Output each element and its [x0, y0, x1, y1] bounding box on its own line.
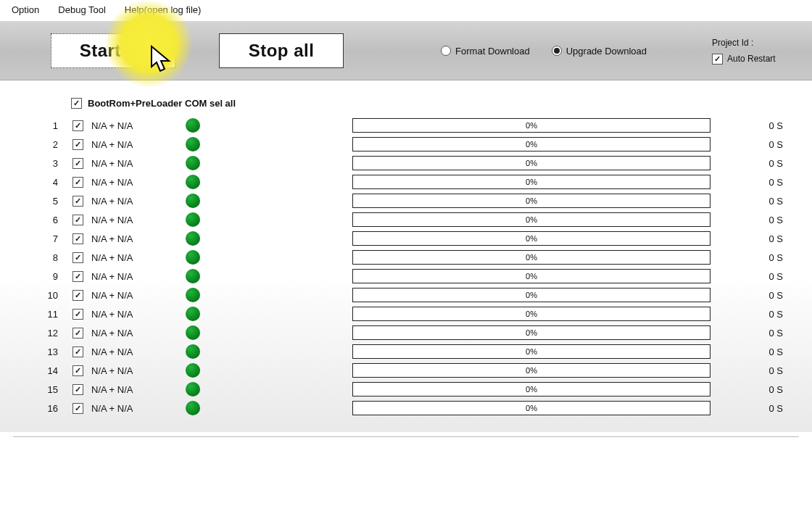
row-progress-bar: 0% [352, 401, 710, 415]
row-com-value: N/A + N/A [91, 139, 171, 150]
device-table: BootRom+PreLoader COM sel all 1N/A + N/A… [0, 80, 812, 432]
table-row: 10N/A + N/A0%0 S [29, 286, 783, 304]
upgrade-download-radio[interactable]: Upgrade Download [552, 46, 647, 57]
table-row: 2N/A + N/A0%0 S [29, 135, 783, 154]
row-index: 16 [29, 403, 64, 414]
checkbox-icon [72, 365, 83, 376]
row-checkbox[interactable] [71, 158, 84, 169]
row-progress-bar: 0% [352, 382, 710, 396]
row-progress-bar: 0% [352, 288, 710, 302]
row-index: 1 [29, 120, 64, 131]
table-row: 12N/A + N/A0%0 S [29, 323, 783, 342]
format-download-radio[interactable]: Format Download [441, 46, 530, 57]
row-checkbox[interactable] [71, 233, 84, 244]
status-dot-icon [186, 156, 200, 170]
row-com-value: N/A + N/A [91, 215, 171, 225]
project-id-label: Project Id : [712, 38, 799, 48]
row-checkbox[interactable] [71, 139, 84, 150]
row-time: 0 S [718, 158, 783, 169]
row-status [178, 250, 302, 265]
row-index: 6 [29, 215, 64, 225]
row-checkbox[interactable] [71, 290, 84, 301]
cursor-icon [150, 45, 175, 76]
row-com-value: N/A + N/A [91, 309, 171, 320]
status-dot-icon [186, 363, 200, 378]
stop-all-button[interactable]: Stop all [219, 33, 344, 68]
menu-option[interactable]: Option [9, 3, 42, 17]
row-time: 0 S [718, 403, 783, 414]
select-all-label: BootRom+PreLoader COM sel all [88, 98, 236, 109]
row-checkbox[interactable] [71, 346, 84, 357]
row-time: 0 S [718, 384, 783, 395]
row-status [178, 344, 302, 359]
row-status [178, 118, 302, 133]
row-index: 3 [29, 158, 64, 169]
status-dot-icon [186, 194, 200, 208]
row-com-value: N/A + N/A [91, 177, 171, 188]
row-index: 12 [29, 328, 64, 339]
row-checkbox[interactable] [71, 252, 84, 263]
row-checkbox[interactable] [71, 215, 84, 225]
row-index: 5 [29, 196, 64, 207]
row-progress-bar: 0% [352, 363, 710, 378]
row-status [178, 269, 302, 283]
row-com-value: N/A + N/A [91, 403, 171, 414]
table-row: 6N/A + N/A0%0 S [29, 210, 783, 229]
select-all-checkbox[interactable] [71, 98, 82, 109]
row-com-value: N/A + N/A [91, 328, 171, 339]
status-dot-icon [186, 401, 200, 415]
checkbox-icon [72, 233, 83, 244]
table-row: 16N/A + N/A0%0 S [29, 399, 783, 418]
checkbox-icon [72, 177, 83, 188]
row-checkbox[interactable] [71, 403, 84, 414]
row-status [178, 175, 302, 189]
row-com-value: N/A + N/A [91, 271, 171, 282]
row-checkbox[interactable] [71, 177, 84, 188]
radio-dot-icon [441, 46, 451, 56]
checkbox-icon [72, 252, 83, 263]
row-checkbox[interactable] [71, 384, 84, 395]
row-checkbox[interactable] [71, 196, 84, 207]
row-checkbox[interactable] [71, 365, 84, 376]
status-dot-icon [186, 344, 200, 359]
table-row: 14N/A + N/A0%0 S [29, 361, 783, 380]
row-progress-bar: 0% [352, 250, 710, 265]
row-index: 8 [29, 252, 64, 263]
checkbox-icon [72, 158, 83, 169]
row-index: 15 [29, 384, 64, 395]
row-status [178, 156, 302, 170]
auto-restart-label: Auto Restart [727, 54, 776, 64]
row-index: 7 [29, 233, 64, 244]
row-progress-bar: 0% [352, 156, 710, 170]
row-progress-bar: 0% [352, 269, 710, 283]
checkbox-icon [72, 196, 83, 207]
row-status [178, 307, 302, 321]
row-time: 0 S [718, 177, 783, 188]
row-com-value: N/A + N/A [91, 384, 171, 395]
table-row: 1N/A + N/A0%0 S [29, 116, 783, 135]
row-time: 0 S [718, 233, 783, 244]
row-checkbox[interactable] [71, 309, 84, 320]
row-checkbox[interactable] [71, 120, 84, 131]
table-row: 15N/A + N/A0%0 S [29, 380, 783, 399]
row-time: 0 S [718, 309, 783, 320]
select-all-row: BootRom+PreLoader COM sel all [71, 98, 783, 109]
row-time: 0 S [718, 139, 783, 150]
table-row: 7N/A + N/A0%0 S [29, 229, 783, 248]
status-dot-icon [186, 175, 200, 189]
row-progress-bar: 0% [352, 175, 710, 189]
row-status [178, 325, 302, 340]
row-checkbox[interactable] [71, 271, 84, 282]
row-checkbox[interactable] [71, 328, 84, 339]
status-dot-icon [186, 269, 200, 283]
checkbox-icon [72, 403, 83, 414]
row-progress-bar: 0% [352, 344, 710, 359]
table-row: 11N/A + N/A0%0 S [29, 304, 783, 323]
row-time: 0 S [718, 120, 783, 131]
auto-restart-checkbox[interactable]: Auto Restart [712, 54, 799, 65]
side-panel: Project Id : Auto Restart [712, 38, 799, 65]
row-com-value: N/A + N/A [91, 252, 171, 263]
table-row: 9N/A + N/A0%0 S [29, 267, 783, 286]
menu-debug-tool[interactable]: Debug Tool [55, 3, 109, 17]
row-progress-bar: 0% [352, 231, 710, 246]
